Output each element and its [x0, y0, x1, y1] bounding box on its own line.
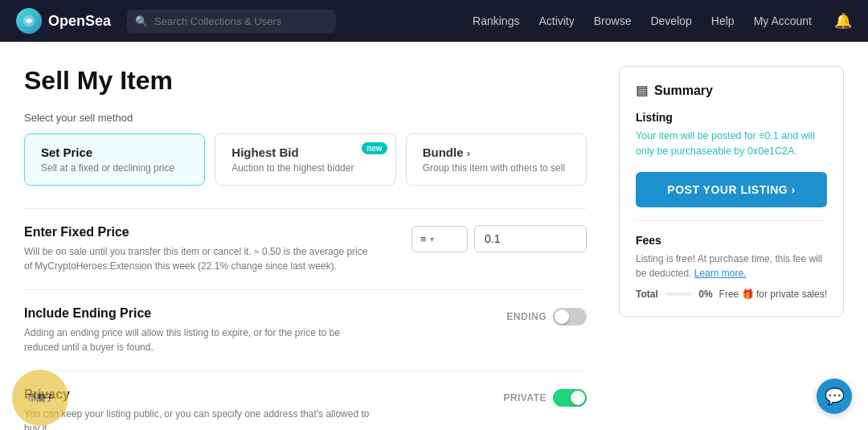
- set-price-subtitle: Sell at a fixed or declining price: [41, 162, 188, 174]
- currency-symbol: ≡: [420, 233, 427, 245]
- sell-method-highest-bid[interactable]: new Highest Bid Auction to the highest b…: [215, 133, 395, 186]
- privacy-desc: You can keep your listing public, or you…: [24, 407, 370, 430]
- privacy-left: Privacy You can keep your listing public…: [24, 387, 370, 430]
- page-container: Sell My Item Select your sell method Set…: [8, 42, 860, 430]
- summary-sidebar: ▤ Summary Listing Your item will be post…: [619, 66, 844, 430]
- nav-help[interactable]: Help: [711, 14, 735, 27]
- ending-price-row: Include Ending Price Adding an ending pr…: [24, 306, 587, 354]
- fixed-price-left: Enter Fixed Price Will be on sale until …: [24, 225, 370, 273]
- summary-icon: ▤: [636, 83, 648, 98]
- sell-method-row: Set Price Sell at a fixed or declining p…: [24, 133, 587, 186]
- search-input[interactable]: [127, 10, 336, 33]
- bundle-subtitle: Group this item with others to sell: [423, 162, 570, 174]
- privacy-section: Privacy You can keep your listing public…: [24, 371, 587, 430]
- page-title: Sell My Item: [24, 66, 587, 96]
- sell-method-label: Select your sell method: [24, 112, 587, 124]
- fees-bar: [665, 293, 692, 296]
- sell-method-bundle[interactable]: Bundle › Group this item with others to …: [406, 133, 587, 186]
- fees-label: Fees: [636, 234, 827, 247]
- fees-desc: Listing is free! At purchase time, this …: [636, 252, 827, 281]
- ending-price-toggle-area: ENDING: [506, 308, 587, 326]
- fixed-price-header-row: Enter Fixed Price Will be on sale until …: [24, 225, 587, 273]
- privacy-toggle[interactable]: [553, 389, 587, 407]
- nav-activity[interactable]: Activity: [538, 14, 574, 27]
- listing-label: Listing: [636, 111, 827, 124]
- logo[interactable]: OpenSea: [16, 8, 111, 34]
- search-container: 🔍: [127, 10, 336, 33]
- nav-my-account[interactable]: My Account: [754, 14, 812, 27]
- set-price-title: Set Price: [41, 145, 188, 159]
- nav-rankings[interactable]: Rankings: [473, 14, 519, 27]
- fees-pct: 0%: [698, 289, 712, 300]
- ending-price-toggle[interactable]: [553, 308, 587, 326]
- privacy-toggle-area: PRIVATE: [503, 389, 587, 407]
- privacy-title: Privacy: [24, 387, 370, 402]
- price-input[interactable]: [474, 225, 587, 252]
- navbar: OpenSea 🔍 Rankings Activity Browse Devel…: [0, 0, 868, 42]
- fees-total-label: Total: [636, 289, 658, 300]
- notification-bell-icon[interactable]: 🔔: [834, 12, 852, 30]
- post-listing-button[interactable]: POST YOUR LISTING ›: [636, 172, 827, 207]
- nav-browse[interactable]: Browse: [594, 14, 632, 27]
- fees-free-text: Free 🎁 for private sales!: [719, 289, 827, 300]
- fixed-price-section: Enter Fixed Price Will be on sale until …: [24, 208, 587, 289]
- ending-price-section: Include Ending Price Adding an ending pr…: [24, 289, 587, 371]
- price-input-row: ≡ ▾: [411, 225, 587, 252]
- nav-links: Rankings Activity Browse Develop Help My…: [473, 14, 812, 27]
- main-content: Sell My Item Select your sell method Set…: [24, 66, 587, 430]
- ending-price-title: Include Ending Price: [24, 306, 370, 321]
- highest-bid-title: Highest Bid: [231, 145, 379, 159]
- nav-develop[interactable]: Develop: [650, 14, 691, 27]
- ending-price-left: Include Ending Price Adding an ending pr…: [24, 306, 370, 354]
- logo-icon: [16, 8, 42, 34]
- sell-method-set-price[interactable]: Set Price Sell at a fixed or declining p…: [24, 133, 205, 186]
- bundle-arrow-icon: ›: [467, 147, 470, 159]
- highest-bid-subtitle: Auction to the highest bidder: [231, 162, 379, 174]
- fixed-price-desc: Will be on sale until you transfer this …: [24, 244, 370, 273]
- privacy-row: Privacy You can keep your listing public…: [24, 387, 587, 430]
- chat-bubble-button[interactable]: 💬: [817, 379, 852, 414]
- chevron-down-icon: ▾: [430, 235, 434, 244]
- new-badge: new: [362, 142, 387, 154]
- summary-card: ▤ Summary Listing Your item will be post…: [619, 66, 844, 317]
- ending-price-desc: Adding an ending price will allow this l…: [24, 326, 370, 354]
- fees-total-row: Total 0% Free 🎁 for private sales!: [636, 289, 827, 300]
- currency-select[interactable]: ≡ ▾: [411, 226, 468, 252]
- listing-text: Your item will be posted for ≡0.1 and wi…: [636, 129, 827, 159]
- ending-toggle-label: ENDING: [506, 311, 547, 322]
- search-icon: 🔍: [135, 15, 148, 27]
- bundle-title: Bundle ›: [423, 145, 570, 159]
- privacy-toggle-label: PRIVATE: [503, 392, 547, 403]
- logo-text: OpenSea: [48, 13, 111, 30]
- summary-title-text: Summary: [654, 84, 713, 98]
- fixed-price-title: Enter Fixed Price: [24, 225, 370, 240]
- summary-title: ▤ Summary: [636, 83, 827, 98]
- summary-divider: [636, 220, 827, 221]
- fees-learn-more[interactable]: Learn more.: [694, 268, 747, 279]
